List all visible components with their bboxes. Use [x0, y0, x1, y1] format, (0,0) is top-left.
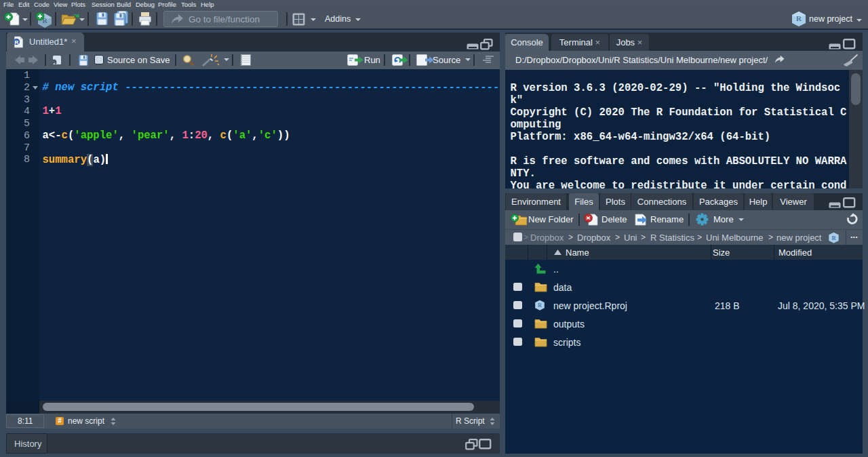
svg-text:R: R — [831, 235, 836, 241]
svg-text:R: R — [796, 14, 802, 22]
svg-text:R: R — [15, 39, 19, 45]
svg-text:R: R — [538, 302, 542, 309]
